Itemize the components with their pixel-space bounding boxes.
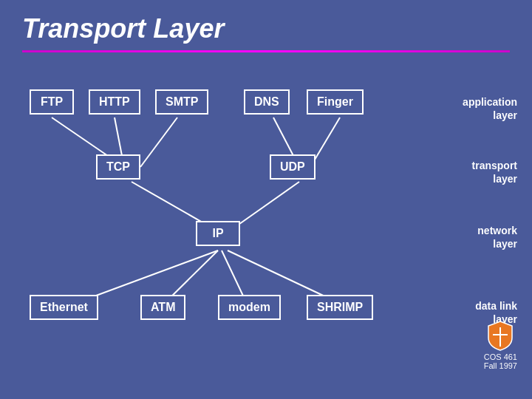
main-content: FTP HTTP SMTP DNS Finger TCP UDP IP Ethe… [0, 67, 532, 378]
page-title: Transport Layer [22, 13, 510, 44]
ip-box: IP [196, 221, 240, 246]
title-bar: Transport Layer [0, 0, 532, 50]
finger-box: Finger [307, 89, 364, 115]
divider [22, 50, 510, 52]
credit-text: COS 461 Fall 1997 [484, 352, 517, 370]
princeton-shield-icon [487, 320, 514, 351]
network-layer-label: network layer [477, 224, 517, 250]
atm-box: ATM [140, 295, 185, 320]
tcp-box: TCP [96, 154, 140, 180]
shrimp-box: SHRIMP [307, 295, 373, 320]
dns-box: DNS [244, 89, 290, 115]
modem-box: modem [218, 295, 281, 320]
http-box: HTTP [89, 89, 140, 115]
application-layer-label: application layer [463, 95, 517, 122]
ethernet-box: Ethernet [30, 295, 98, 320]
udp-box: UDP [270, 154, 316, 180]
svg-line-2 [140, 117, 177, 167]
credit-block: COS 461 Fall 1997 [484, 320, 517, 370]
transport-layer-label: transport layer [472, 159, 517, 185]
ftp-box: FTP [30, 89, 74, 115]
smtp-box: SMTP [155, 89, 208, 115]
